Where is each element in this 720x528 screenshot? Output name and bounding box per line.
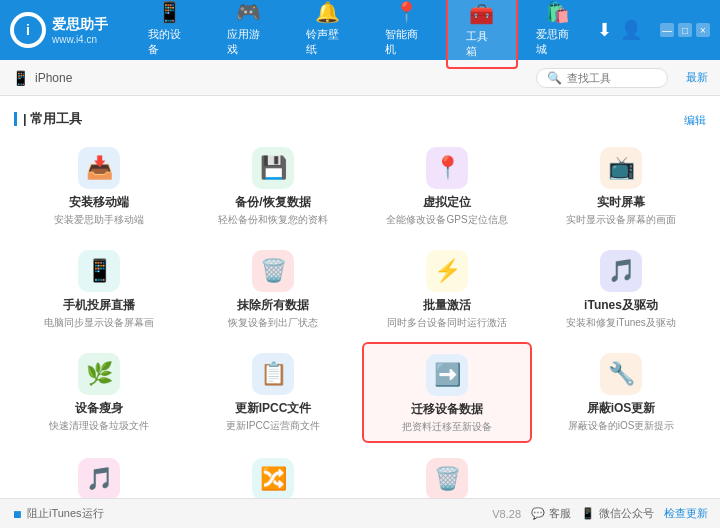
tools-icon: 🧰 <box>469 2 494 26</box>
device-breadcrumb: 📱 iPhone <box>12 70 72 86</box>
tool-icon-update-ipcc: 📋 <box>252 353 294 395</box>
tool-desc-batch-activate: 同时多台设备同时运行激活 <box>387 316 507 329</box>
tool-fake-location[interactable]: 📍 虚拟定位 全能修改设备GPS定位信息 <box>362 136 532 235</box>
tool-icon-batch-activate: ⚡ <box>426 250 468 292</box>
tool-name-batch-activate: 批量激活 <box>423 297 471 314</box>
tool-icon-migrate-data: ➡️ <box>426 354 468 396</box>
tab-love-mall[interactable]: 🛍️ 爱思商城 <box>518 0 597 69</box>
tool-screen-mirror[interactable]: 📱 手机投屏直播 电脑同步显示设备屏幕画 <box>14 239 184 338</box>
tool-icon-fake-location: 📍 <box>426 147 468 189</box>
version-label: V8.28 <box>492 508 521 520</box>
stop-itunes-link[interactable]: 阻止iTunes运行 <box>27 506 104 521</box>
header: i 爱思助手 www.i4.cn 📱 我的设备 🎮 应用游戏 🔔 铃声壁纸 📍 … <box>0 0 720 60</box>
tool-desc-backup-restore: 轻松备份和恢复您的资料 <box>218 213 328 226</box>
tool-batch-activate[interactable]: ⚡ 批量激活 同时多台设备同时运行激活 <box>362 239 532 338</box>
wechat-item[interactable]: 📱 微信公众号 <box>581 506 654 521</box>
wechat-icon: 📱 <box>581 507 595 520</box>
tool-desc-real-screen: 实时显示设备屏幕的画面 <box>566 213 676 226</box>
tool-itunes-driver[interactable]: 🎵 iTunes及驱动 安装和修复iTunes及驱动 <box>536 239 706 338</box>
maximize-button[interactable]: □ <box>678 23 692 37</box>
service-icon: 💬 <box>531 507 545 520</box>
tool-remove-stubborn-icon[interactable]: 🗑️ 删除顽固图标 删除设备上各类顽固图标 <box>362 447 532 498</box>
tool-name-migrate-data: 迁移设备数据 <box>411 401 483 418</box>
tool-icon-backup-restore: 💾 <box>252 147 294 189</box>
tool-update-ipcc[interactable]: 📋 更新IPCC文件 更新IPCC运营商文件 <box>188 342 358 443</box>
tool-name-update-ipcc: 更新IPCC文件 <box>235 400 312 417</box>
tool-migrate-data[interactable]: ➡️ 迁移设备数据 把资料迁移至新设备 <box>362 342 532 443</box>
tool-desc-fake-location: 全能修改设备GPS定位信息 <box>386 213 507 226</box>
tab-ringtones[interactable]: 🔔 铃声壁纸 <box>288 0 367 69</box>
common-tools-title: | 常用工具 <box>14 110 82 128</box>
tool-device-func[interactable]: 🔀 设备功能开关 开启或关闭设备上的辅助 <box>188 447 358 498</box>
phone-icon: 📱 <box>12 70 29 86</box>
tool-icon-real-screen: 📺 <box>600 147 642 189</box>
tab-apps[interactable]: 🎮 应用游戏 <box>209 0 288 69</box>
tool-icon-itunes-driver: 🎵 <box>600 250 642 292</box>
download-button[interactable]: ⬇ <box>597 19 612 41</box>
stop-itunes-item: ⏹ 阻止iTunes运行 <box>12 506 104 521</box>
tool-install-app[interactable]: 📥 安装移动端 安装爱思助手移动端 <box>14 136 184 235</box>
tool-desc-itunes-driver: 安装和修复iTunes及驱动 <box>566 316 676 329</box>
main-content: | 常用工具 编辑 📥 安装移动端 安装爱思助手移动端 💾 备份/恢复数据 轻松… <box>0 96 720 498</box>
tool-name-erase-data: 抹除所有数据 <box>237 297 309 314</box>
tool-clean-device[interactable]: 🌿 设备瘦身 快速清理设备垃圾文件 <box>14 342 184 443</box>
apps-icon: 🎮 <box>236 0 261 24</box>
close-button[interactable]: × <box>696 23 710 37</box>
tool-name-itunes-driver: iTunes及驱动 <box>584 297 658 314</box>
tool-screen-ios-update[interactable]: 🔧 屏蔽iOS更新 屏蔽设备的iOS更新提示 <box>536 342 706 443</box>
header-actions: ⬇ 👤 — □ × <box>597 19 710 41</box>
tool-icon-install-app: 📥 <box>78 147 120 189</box>
tool-name-screen-ios-update: 屏蔽iOS更新 <box>587 400 656 417</box>
search-box[interactable]: 🔍 <box>536 68 668 88</box>
minimize-button[interactable]: — <box>660 23 674 37</box>
logo-icon: i <box>10 12 46 48</box>
logo-area: i 爱思助手 www.i4.cn <box>10 12 130 48</box>
tool-desc-screen-ios-update: 屏蔽设备的iOS更新提示 <box>568 419 675 432</box>
tool-icon-make-ringtone: 🎵 <box>78 458 120 498</box>
tool-name-backup-restore: 备份/恢复数据 <box>235 194 310 211</box>
window-controls: — □ × <box>660 23 710 37</box>
tab-tools[interactable]: 🧰 工具箱 <box>446 0 518 69</box>
tool-desc-screen-mirror: 电脑同步显示设备屏幕画 <box>44 316 154 329</box>
love-mall-icon: 🛍️ <box>545 0 570 24</box>
tool-desc-erase-data: 恢复设备到出厂状态 <box>228 316 318 329</box>
tool-name-real-screen: 实时屏幕 <box>597 194 645 211</box>
tool-name-install-app: 安装移动端 <box>69 194 129 211</box>
logo-text: 爱思助手 www.i4.cn <box>52 16 108 45</box>
edit-button[interactable]: 编辑 <box>684 113 706 128</box>
tool-icon-screen-mirror: 📱 <box>78 250 120 292</box>
tool-name-screen-mirror: 手机投屏直播 <box>63 297 135 314</box>
tool-real-screen[interactable]: 📺 实时屏幕 实时显示设备屏幕的画面 <box>536 136 706 235</box>
search-input[interactable] <box>567 72 657 84</box>
user-button[interactable]: 👤 <box>620 19 642 41</box>
tab-my-device[interactable]: 📱 我的设备 <box>130 0 209 69</box>
tab-smart-mall[interactable]: 📍 智能商机 <box>367 0 446 69</box>
tool-desc-update-ipcc: 更新IPCC运营商文件 <box>226 419 320 432</box>
device-icon: 📱 <box>157 0 182 24</box>
stop-icon: ⏹ <box>12 508 23 520</box>
refresh-button[interactable]: 最新 <box>686 70 708 85</box>
tool-icon-remove-stubborn-icon: 🗑️ <box>426 458 468 498</box>
nav-tabs: 📱 我的设备 🎮 应用游戏 🔔 铃声壁纸 📍 智能商机 🧰 工具箱 🛍️ 爱思商… <box>130 0 597 69</box>
tool-erase-data[interactable]: 🗑️ 抹除所有数据 恢复设备到出厂状态 <box>188 239 358 338</box>
tool-desc-clean-device: 快速清理设备垃圾文件 <box>49 419 149 432</box>
footer: ⏹ 阻止iTunes运行 V8.28 💬 客服 📱 微信公众号 检查更新 <box>0 498 720 528</box>
tool-icon-erase-data: 🗑️ <box>252 250 294 292</box>
tool-name-clean-device: 设备瘦身 <box>75 400 123 417</box>
tool-icon-device-func: 🔀 <box>252 458 294 498</box>
smart-mall-icon: 📍 <box>394 0 419 24</box>
ringtone-icon: 🔔 <box>315 0 340 24</box>
search-icon: 🔍 <box>547 71 562 85</box>
check-update-item[interactable]: 检查更新 <box>664 506 708 521</box>
common-tools-grid: 📥 安装移动端 安装爱思助手移动端 💾 备份/恢复数据 轻松备份和恢复您的资料 … <box>14 136 706 498</box>
tool-icon-screen-ios-update: 🔧 <box>600 353 642 395</box>
service-item[interactable]: 💬 客服 <box>531 506 571 521</box>
tool-make-ringtone[interactable]: 🎵 制作铃声 给您手机铃声 <box>14 447 184 498</box>
tool-icon-clean-device: 🌿 <box>78 353 120 395</box>
tool-desc-migrate-data: 把资料迁移至新设备 <box>402 420 492 433</box>
tool-backup-restore[interactable]: 💾 备份/恢复数据 轻松备份和恢复您的资料 <box>188 136 358 235</box>
tool-desc-install-app: 安装爱思助手移动端 <box>54 213 144 226</box>
common-tools-header: | 常用工具 编辑 <box>14 104 706 136</box>
tool-name-fake-location: 虚拟定位 <box>423 194 471 211</box>
